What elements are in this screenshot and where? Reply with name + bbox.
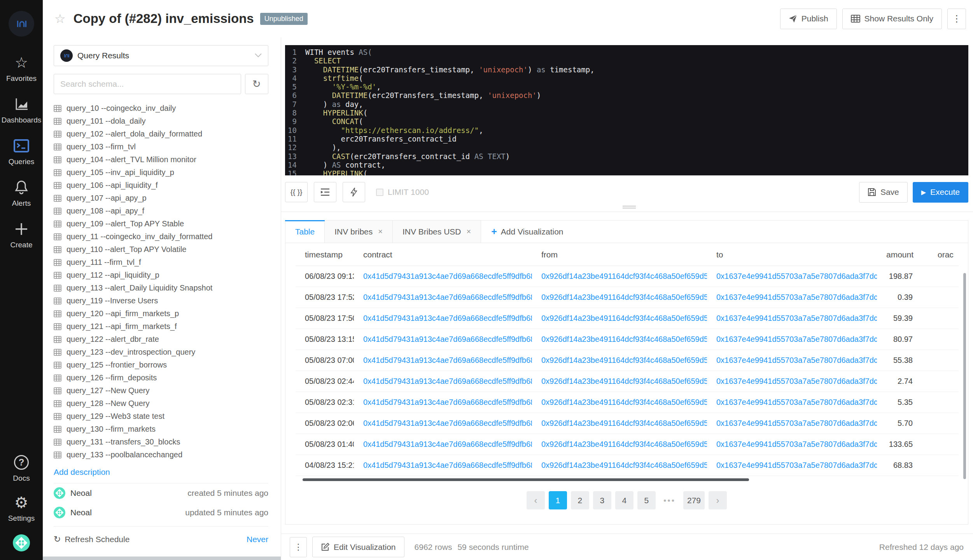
address-link[interactable]: 0x41d5d79431a913c4ae7d69a668ecdfe5ff9dfb… (363, 356, 532, 364)
favorite-star-icon[interactable]: ☆ (54, 11, 66, 26)
next-page-button[interactable]: › (709, 491, 727, 509)
schema-table-item[interactable]: query_119 --Inverse Users (54, 294, 268, 307)
schema-table-item[interactable]: query_122 --alert_dbr_rate (54, 333, 268, 346)
table-vertical-scrollbar[interactable] (963, 273, 966, 479)
schema-table-item[interactable]: query_11 --coingecko_inv_daily_formatted (54, 230, 268, 243)
column-header-contract[interactable]: contract (354, 243, 532, 266)
result-tab-table[interactable]: Table (285, 220, 325, 243)
address-link[interactable]: 0x41d5d79431a913c4ae7d69a668ecdfe5ff9dfb… (363, 293, 532, 301)
address-link[interactable]: 0x926df14a23be491164dcf93f4c468a50ef659d… (541, 440, 707, 448)
address-link[interactable]: 0x41d5d79431a913c4ae7d69a668ecdfe5ff9dfb… (363, 377, 532, 385)
creator-name[interactable]: Neoal (70, 488, 92, 498)
address-link[interactable]: 0x41d5d79431a913c4ae7d69a668ecdfe5ff9dfb… (363, 398, 532, 406)
refresh-schedule-value-link[interactable]: Never (247, 535, 268, 544)
refresh-schema-button[interactable]: ↻ (245, 74, 268, 94)
address-link[interactable]: 0x41d5d79431a913c4ae7d69a668ecdfe5ff9dfb… (363, 272, 532, 280)
format-query-button[interactable] (314, 182, 336, 202)
address-link[interactable]: 0x1637e4e9941d55703a7a5e7807d6ada3f7dcd6… (716, 272, 877, 280)
address-link[interactable]: 0x41d5d79431a913c4ae7d69a668ecdfe5ff9dfb… (363, 314, 532, 322)
schema-table-item[interactable]: query_109 --alert_Top APY Stable (54, 217, 268, 230)
schema-table-item[interactable]: query_129 --Web3 state test (54, 410, 268, 423)
schema-table-item[interactable]: query_107 --api_apy_p (54, 192, 268, 205)
schema-table-item[interactable]: query_102 --alert_dola_daily_formatted (54, 128, 268, 140)
schema-table-item[interactable]: query_126 --firm_deposits (54, 371, 268, 384)
address-link[interactable]: 0x1637e4e9941d55703a7a5e7807d6ada3f7dcd6… (716, 398, 877, 406)
schema-table-item[interactable]: query_103 --firm_tvl (54, 140, 268, 153)
schema-table-item[interactable]: query_110 --alert_Top APY Volatile (54, 243, 268, 256)
address-link[interactable]: 0x41d5d79431a913c4ae7d69a668ecdfe5ff9dfb… (363, 461, 532, 469)
address-link[interactable]: 0x926df14a23be491164dcf93f4c468a50ef659d… (541, 356, 707, 364)
address-link[interactable]: 0x926df14a23be491164dcf93f4c468a50ef659d… (541, 335, 707, 343)
schema-table-item[interactable]: query_10 --coingecko_inv_daily (54, 102, 268, 115)
search-schema-input[interactable] (54, 74, 241, 94)
schema-table-item[interactable]: query_105 --inv_api_liquidity_p (54, 166, 268, 179)
result-tab-inv-bribes[interactable]: INV bribes× (325, 220, 393, 243)
updater-name[interactable]: Neoal (70, 508, 92, 517)
address-link[interactable]: 0x41d5d79431a913c4ae7d69a668ecdfe5ff9dfb… (363, 419, 532, 427)
edit-visualization-button[interactable]: Edit Visualization (312, 537, 404, 557)
schema-table-item[interactable]: query_121 --api_firm_markets_f (54, 320, 268, 333)
address-link[interactable]: 0x926df14a23be491164dcf93f4c468a50ef659d… (541, 461, 707, 469)
prev-page-button[interactable]: ‹ (527, 491, 545, 509)
sidebar-item-docs[interactable]: ? Docs (13, 454, 30, 483)
address-link[interactable]: 0x926df14a23be491164dcf93f4c468a50ef659d… (541, 272, 707, 280)
save-button[interactable]: Save (859, 182, 908, 203)
schema-table-item[interactable]: query_130 --firm_markets (54, 423, 268, 436)
schema-table-item[interactable]: query_108 --api_apy_f (54, 205, 268, 217)
schema-table-item[interactable]: query_106 --api_liquidity_f (54, 179, 268, 192)
address-link[interactable]: 0x926df14a23be491164dcf93f4c468a50ef659d… (541, 314, 707, 322)
more-actions-kebab-button[interactable]: ⋮ (947, 9, 966, 29)
address-link[interactable]: 0x1637e4e9941d55703a7a5e7807d6ada3f7dcd6… (716, 314, 877, 322)
schema-table-item[interactable]: query_131 --transfers_30_blocks (54, 436, 268, 448)
page-button-3[interactable]: 3 (593, 491, 611, 509)
user-avatar[interactable] (13, 534, 30, 551)
table-horizontal-scrollbar[interactable] (303, 478, 749, 481)
sidebar-item-favorites[interactable]: ☆ Favorites (6, 54, 37, 83)
column-header-orac[interactable]: orac (916, 243, 959, 266)
address-link[interactable]: 0x1637e4e9941d55703a7a5e7807d6ada3f7dcd6… (716, 377, 877, 385)
schema-table-item[interactable]: query_128 --New Query (54, 397, 268, 410)
show-results-only-button[interactable]: Show Results Only (842, 9, 942, 29)
schema-table-item[interactable]: query_111 --firm_tvl_f (54, 256, 268, 269)
result-tab-inv-bribes-usd[interactable]: INV Bribes USD× (393, 220, 481, 243)
autocomplete-button[interactable] (343, 182, 365, 202)
address-link[interactable]: 0x41d5d79431a913c4ae7d69a668ecdfe5ff9dfb… (363, 440, 532, 448)
resize-drag-handle[interactable] (623, 205, 636, 209)
page-title[interactable]: Copy of (#282) inv_emissions (74, 11, 254, 26)
address-link[interactable]: 0x926df14a23be491164dcf93f4c468a50ef659d… (541, 377, 707, 385)
address-link[interactable]: 0x926df14a23be491164dcf93f4c468a50ef659d… (541, 293, 707, 301)
limit-checkbox[interactable] (376, 189, 383, 196)
page-button-4[interactable]: 4 (615, 491, 634, 509)
schema-table-item[interactable]: query_104 --alert_TVL Million monitor (54, 153, 268, 166)
schema-table-item[interactable]: query_120 --api_firm_markets_p (54, 307, 268, 320)
schema-table-item[interactable]: query_101 --dola_daily (54, 115, 268, 128)
address-link[interactable]: 0x1637e4e9941d55703a7a5e7807d6ada3f7dcd6… (716, 440, 877, 448)
results-kebab-button[interactable]: ⋮ (290, 537, 307, 557)
execute-button[interactable]: ▶ Execute (913, 182, 968, 203)
data-source-select[interactable]: Query Results (54, 45, 268, 66)
redash-logo[interactable] (9, 11, 34, 37)
add-visualization-button[interactable]: +Add Visualization (481, 220, 573, 243)
panel-horizontal-scrollbar[interactable] (43, 556, 281, 560)
column-header-to[interactable]: to (707, 243, 877, 266)
address-link[interactable]: 0x41d5d79431a913c4ae7d69a668ecdfe5ff9dfb… (363, 335, 532, 343)
schema-table-item[interactable]: query_133 --poolbalancechanged (54, 448, 268, 461)
address-link[interactable]: 0x1637e4e9941d55703a7a5e7807d6ada3f7dcd6… (716, 419, 877, 427)
address-link[interactable]: 0x1637e4e9941d55703a7a5e7807d6ada3f7dcd6… (716, 461, 877, 469)
address-link[interactable]: 0x1637e4e9941d55703a7a5e7807d6ada3f7dcd6… (716, 293, 877, 301)
sidebar-item-alerts[interactable]: Alerts (12, 179, 31, 208)
page-button-5[interactable]: 5 (637, 491, 656, 509)
sidebar-item-dashboards[interactable]: Dashboards (2, 96, 41, 124)
schema-table-item[interactable]: query_127 --New Query (54, 384, 268, 397)
close-tab-icon[interactable]: × (378, 227, 383, 236)
schema-table-item[interactable]: query_112 --api_liquidity_p (54, 269, 268, 282)
column-header-timestamp[interactable]: timestamp (296, 243, 354, 266)
add-description-link[interactable]: Add description (54, 467, 110, 477)
address-link[interactable]: 0x1637e4e9941d55703a7a5e7807d6ada3f7dcd6… (716, 335, 877, 343)
address-link[interactable]: 0x1637e4e9941d55703a7a5e7807d6ada3f7dcd6… (716, 356, 877, 364)
sidebar-item-settings[interactable]: ⚙ Settings (8, 494, 35, 523)
address-link[interactable]: 0x926df14a23be491164dcf93f4c468a50ef659d… (541, 419, 707, 427)
page-button-1[interactable]: 1 (549, 491, 567, 509)
schema-table-item[interactable]: query_125 --frontier_borrows (54, 359, 268, 371)
insert-parameter-button[interactable]: {{ }} (285, 182, 308, 202)
